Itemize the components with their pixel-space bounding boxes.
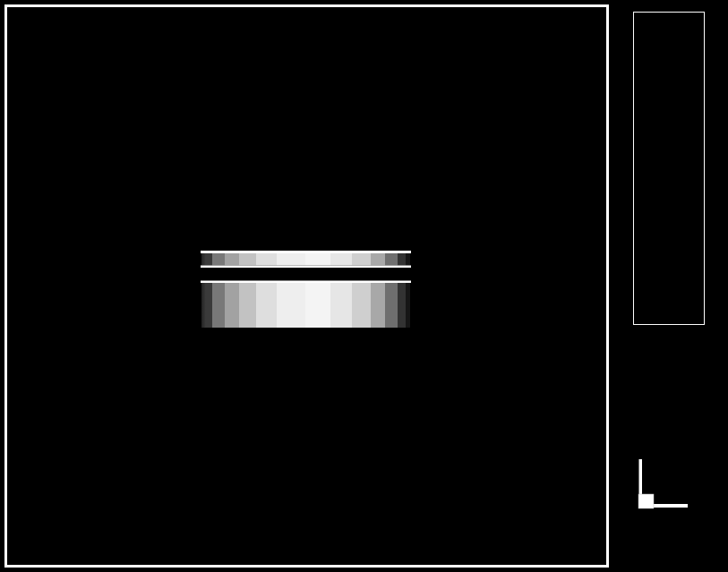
- y-axis-bar: [639, 459, 643, 495]
- cylinder-seal: [201, 251, 411, 328]
- contour-plot-canvas[interactable]: [7, 7, 606, 565]
- axis-triad: [627, 439, 716, 524]
- legend-blocks: [641, 37, 661, 311]
- seal-lower-ring: [201, 283, 410, 328]
- seal-outline-top: [201, 251, 411, 253]
- plate-strip: [7, 328, 606, 338]
- colorbar-legend: [633, 12, 705, 325]
- seal-outline-mid-lower: [201, 281, 411, 284]
- seal-outline-mid-upper: [201, 266, 411, 269]
- upper-pressure-field: [7, 7, 606, 328]
- x-axis-bar: [654, 504, 688, 508]
- lower-pressure-field: [7, 337, 606, 565]
- contour-plot-frame: [4, 4, 609, 568]
- seal-upper-ring: [201, 253, 410, 266]
- origin-cube: [638, 494, 654, 508]
- cfd-viewport: [0, 0, 728, 572]
